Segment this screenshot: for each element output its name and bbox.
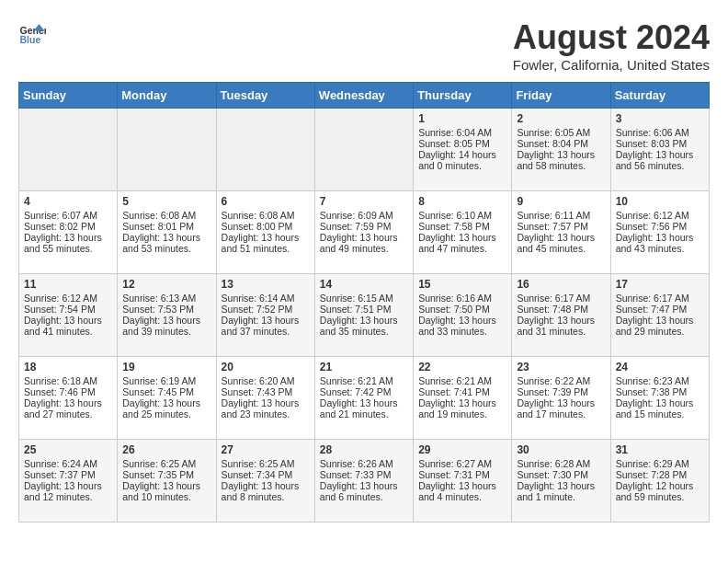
daylight-text: Daylight: 13 hours and 51 minutes. — [222, 232, 310, 254]
sunset-text: Sunset: 7:58 PM — [418, 221, 506, 232]
sunrise-text: Sunrise: 6:12 AM — [24, 293, 112, 304]
sunrise-text: Sunrise: 6:07 AM — [24, 210, 112, 221]
day-number: 13 — [222, 278, 310, 291]
sunrise-text: Sunrise: 6:27 AM — [418, 458, 506, 469]
sunset-text: Sunset: 7:41 PM — [418, 386, 506, 397]
calendar-cell: 29Sunrise: 6:27 AMSunset: 7:31 PMDayligh… — [414, 440, 512, 523]
sunrise-text: Sunrise: 6:26 AM — [320, 458, 408, 469]
daylight-text: Daylight: 13 hours and 45 minutes. — [517, 232, 605, 254]
daylight-text: Daylight: 13 hours and 56 minutes. — [616, 149, 704, 171]
sunrise-text: Sunrise: 6:25 AM — [222, 458, 310, 469]
sunset-text: Sunset: 8:04 PM — [517, 138, 605, 149]
daylight-text: Daylight: 13 hours and 58 minutes. — [517, 149, 605, 171]
calendar-cell: 10Sunrise: 6:12 AMSunset: 7:56 PMDayligh… — [610, 191, 709, 274]
sunset-text: Sunset: 8:01 PM — [122, 221, 210, 232]
daylight-text: Daylight: 13 hours and 17 minutes. — [517, 397, 605, 419]
calendar-cell — [118, 109, 216, 191]
day-number: 27 — [222, 443, 310, 456]
daylight-text: Daylight: 12 hours and 59 minutes. — [616, 480, 704, 502]
daylight-text: Daylight: 13 hours and 35 minutes. — [320, 315, 408, 337]
daylight-text: Daylight: 13 hours and 12 minutes. — [24, 480, 112, 502]
weekday-header-tuesday: Tuesday — [216, 83, 314, 109]
sunset-text: Sunset: 7:38 PM — [616, 386, 704, 397]
day-number: 5 — [122, 195, 210, 208]
daylight-text: Daylight: 13 hours and 1 minute. — [517, 480, 605, 502]
calendar-cell: 8Sunrise: 6:10 AMSunset: 7:58 PMDaylight… — [414, 191, 512, 274]
calendar-table: SundayMondayTuesdayWednesdayThursdayFrid… — [18, 82, 710, 523]
daylight-text: Daylight: 13 hours and 43 minutes. — [616, 232, 704, 254]
calendar-cell: 2Sunrise: 6:05 AMSunset: 8:04 PMDaylight… — [512, 109, 610, 191]
day-number: 9 — [517, 195, 605, 208]
calendar-cell: 27Sunrise: 6:25 AMSunset: 7:34 PMDayligh… — [216, 440, 314, 523]
daylight-text: Daylight: 13 hours and 25 minutes. — [122, 397, 210, 419]
day-number: 24 — [616, 361, 704, 373]
calendar-cell: 22Sunrise: 6:21 AMSunset: 7:41 PMDayligh… — [414, 357, 512, 440]
daylight-text: Daylight: 13 hours and 23 minutes. — [222, 397, 310, 419]
calendar-cell: 28Sunrise: 6:26 AMSunset: 7:33 PMDayligh… — [314, 440, 413, 523]
sunrise-text: Sunrise: 6:08 AM — [222, 210, 310, 221]
weekday-header-monday: Monday — [118, 83, 216, 109]
calendar-cell: 3Sunrise: 6:06 AMSunset: 8:03 PMDaylight… — [610, 109, 709, 191]
logo: General Blue — [18, 18, 46, 46]
calendar-cell: 1Sunrise: 6:04 AMSunset: 8:05 PMDaylight… — [414, 109, 512, 191]
daylight-text: Daylight: 13 hours and 8 minutes. — [222, 480, 310, 502]
sunrise-text: Sunrise: 6:13 AM — [122, 293, 210, 304]
sunrise-text: Sunrise: 6:11 AM — [517, 210, 605, 221]
sunrise-text: Sunrise: 6:22 AM — [517, 375, 605, 386]
day-number: 1 — [418, 112, 506, 125]
sunset-text: Sunset: 7:35 PM — [122, 469, 210, 480]
month-title: August 2024 — [513, 18, 710, 57]
day-number: 8 — [418, 195, 506, 208]
calendar-cell: 21Sunrise: 6:21 AMSunset: 7:42 PMDayligh… — [314, 357, 413, 440]
sunrise-text: Sunrise: 6:15 AM — [320, 293, 408, 304]
daylight-text: Daylight: 13 hours and 15 minutes. — [616, 397, 704, 419]
daylight-text: Daylight: 13 hours and 41 minutes. — [24, 315, 112, 337]
daylight-text: Daylight: 13 hours and 39 minutes. — [122, 315, 210, 337]
sunset-text: Sunset: 7:30 PM — [517, 469, 605, 480]
sunrise-text: Sunrise: 6:17 AM — [616, 293, 704, 304]
weekday-header-friday: Friday — [512, 83, 610, 109]
location: Fowler, California, United States — [513, 57, 710, 73]
daylight-text: Daylight: 13 hours and 33 minutes. — [418, 315, 506, 337]
weekday-header-thursday: Thursday — [414, 83, 512, 109]
sunset-text: Sunset: 7:48 PM — [517, 304, 605, 315]
sunrise-text: Sunrise: 6:05 AM — [517, 127, 605, 138]
sunset-text: Sunset: 7:52 PM — [222, 304, 310, 315]
day-number: 20 — [222, 361, 310, 373]
daylight-text: Daylight: 13 hours and 27 minutes. — [24, 397, 112, 419]
page-header: General Blue August 2024 Fowler, Califor… — [18, 18, 710, 73]
sunrise-text: Sunrise: 6:10 AM — [418, 210, 506, 221]
sunset-text: Sunset: 7:34 PM — [222, 469, 310, 480]
day-number: 12 — [122, 278, 210, 291]
calendar-cell: 6Sunrise: 6:08 AMSunset: 8:00 PMDaylight… — [216, 191, 314, 274]
sunset-text: Sunset: 7:47 PM — [616, 304, 704, 315]
day-number: 7 — [320, 195, 408, 208]
calendar-cell: 7Sunrise: 6:09 AMSunset: 7:59 PMDaylight… — [314, 191, 413, 274]
day-number: 18 — [24, 361, 112, 373]
sunrise-text: Sunrise: 6:14 AM — [222, 293, 310, 304]
day-number: 10 — [616, 195, 704, 208]
weekday-header-sunday: Sunday — [19, 83, 118, 109]
day-number: 26 — [122, 443, 210, 456]
calendar-cell: 14Sunrise: 6:15 AMSunset: 7:51 PMDayligh… — [314, 274, 413, 357]
logo-icon: General Blue — [18, 18, 46, 46]
daylight-text: Daylight: 13 hours and 55 minutes. — [24, 232, 112, 254]
day-number: 15 — [418, 278, 506, 291]
day-number: 16 — [517, 278, 605, 291]
sunset-text: Sunset: 7:50 PM — [418, 304, 506, 315]
calendar-cell: 23Sunrise: 6:22 AMSunset: 7:39 PMDayligh… — [512, 357, 610, 440]
day-number: 21 — [320, 361, 408, 373]
daylight-text: Daylight: 14 hours and 0 minutes. — [418, 149, 506, 171]
daylight-text: Daylight: 13 hours and 53 minutes. — [122, 232, 210, 254]
week-row-5: 25Sunrise: 6:24 AMSunset: 7:37 PMDayligh… — [19, 440, 710, 523]
day-number: 31 — [616, 443, 704, 456]
sunrise-text: Sunrise: 6:16 AM — [418, 293, 506, 304]
sunset-text: Sunset: 7:33 PM — [320, 469, 408, 480]
week-row-3: 11Sunrise: 6:12 AMSunset: 7:54 PMDayligh… — [19, 274, 710, 357]
calendar-cell: 20Sunrise: 6:20 AMSunset: 7:43 PMDayligh… — [216, 357, 314, 440]
daylight-text: Daylight: 13 hours and 29 minutes. — [616, 315, 704, 337]
calendar-cell: 16Sunrise: 6:17 AMSunset: 7:48 PMDayligh… — [512, 274, 610, 357]
sunset-text: Sunset: 8:05 PM — [418, 138, 506, 149]
sunset-text: Sunset: 7:54 PM — [24, 304, 112, 315]
weekday-header-saturday: Saturday — [610, 83, 709, 109]
